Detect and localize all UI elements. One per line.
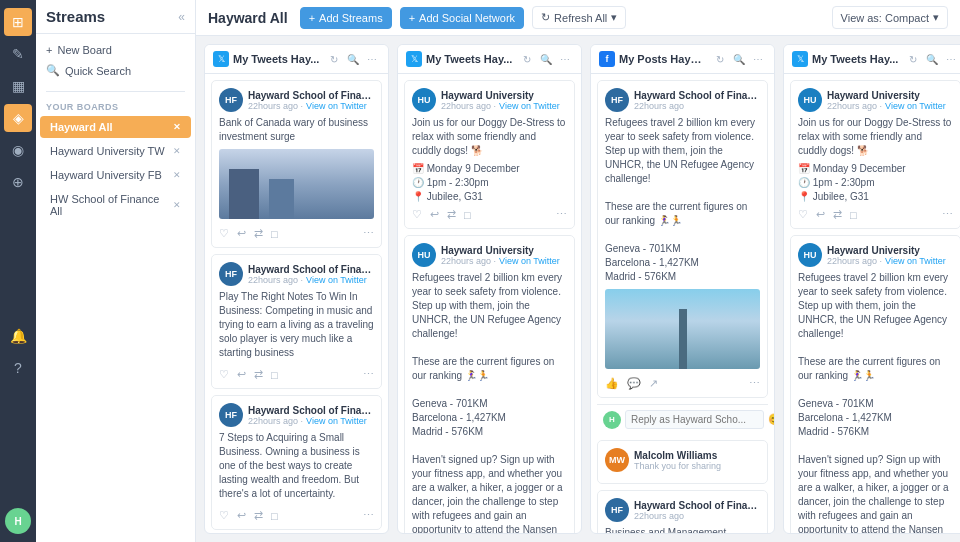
- share-icon[interactable]: □: [271, 510, 278, 522]
- view-on-twitter[interactable]: View on Twitter: [885, 101, 946, 111]
- event-date: 📅 Monday 9 December: [412, 163, 567, 174]
- column-header-1: 𝕏 My Tweets Hay... ↻ 🔍 ⋯: [205, 45, 388, 74]
- nav-home-icon[interactable]: ⊞: [4, 8, 32, 36]
- view-on-twitter[interactable]: View on Twitter: [306, 275, 367, 285]
- facebook-icon: f: [599, 51, 615, 67]
- reply-input[interactable]: [625, 410, 764, 429]
- more-icon[interactable]: ⋯: [749, 377, 760, 390]
- sidebar-item-hayward-university-tw[interactable]: Hayward University TW ✕: [40, 140, 191, 162]
- comment-icon[interactable]: 💬: [627, 377, 641, 390]
- nav-bell-icon[interactable]: 🔔: [4, 322, 32, 350]
- close-board-icon[interactable]: ✕: [173, 170, 181, 180]
- sidebar-item-hayward-university-fb[interactable]: Hayward University FB ✕: [40, 164, 191, 186]
- chevron-down-icon: ▾: [611, 11, 617, 24]
- more-icon[interactable]: ⋯: [364, 51, 380, 67]
- column-title: My Tweets Hay...: [426, 53, 515, 65]
- like-icon[interactable]: ♡: [798, 208, 808, 221]
- sidebar-item-hayward-all[interactable]: Hayward All ✕: [40, 116, 191, 138]
- retweet-icon[interactable]: ⇄: [833, 208, 842, 221]
- share-icon[interactable]: □: [464, 209, 471, 221]
- more-icon[interactable]: ⋯: [943, 51, 959, 67]
- search-icon[interactable]: 🔍: [538, 51, 554, 67]
- like-icon[interactable]: ♡: [219, 509, 229, 522]
- refresh-all-button[interactable]: ↻ Refresh All ▾: [532, 6, 626, 29]
- like-icon[interactable]: 👍: [605, 377, 619, 390]
- more-icon[interactable]: ⋯: [363, 368, 374, 381]
- more-icon[interactable]: ⋯: [557, 51, 573, 67]
- card-actions: ♡ ↩ ⇄ □ ⋯: [798, 205, 953, 221]
- card-author: Hayward School of Finance: [634, 90, 760, 101]
- nav-compose-icon[interactable]: ✎: [4, 40, 32, 68]
- view-as-button[interactable]: View as: Compact ▾: [832, 6, 948, 29]
- retweet-icon[interactable]: ⇄: [254, 368, 263, 381]
- column-actions: ↻ 🔍 ⋯: [519, 51, 573, 67]
- close-board-icon[interactable]: ✕: [173, 200, 181, 210]
- reply-icon[interactable]: ↩: [816, 208, 825, 221]
- columns-container: 𝕏 My Tweets Hay... ↻ 🔍 ⋯ HF Hayward Scho…: [196, 36, 960, 542]
- share-icon[interactable]: □: [271, 369, 278, 381]
- emoji-icon[interactable]: 😊: [768, 413, 774, 426]
- nav-more-icon[interactable]: ⊕: [4, 168, 32, 196]
- more-icon[interactable]: ⋯: [556, 208, 567, 221]
- card-text: Refugees travel 2 billion km every year …: [412, 271, 567, 533]
- refresh-icon[interactable]: ↻: [326, 51, 342, 67]
- add-social-network-button[interactable]: + Add Social Network: [400, 7, 524, 29]
- retweet-icon[interactable]: ⇄: [254, 227, 263, 240]
- view-on-twitter[interactable]: View on Twitter: [306, 416, 367, 426]
- reply-area: H 😊 🖼: [597, 404, 768, 434]
- view-on-twitter[interactable]: View on Twitter: [306, 101, 367, 111]
- more-icon[interactable]: ⋯: [363, 227, 374, 240]
- close-board-icon[interactable]: ✕: [173, 146, 181, 156]
- twitter-icon: 𝕏: [792, 51, 808, 67]
- card-actions: ♡ ↩ ⇄ □ ⋯: [219, 365, 374, 381]
- nav-analytics-icon[interactable]: ◉: [4, 136, 32, 164]
- search-icon[interactable]: 🔍: [731, 51, 747, 67]
- retweet-icon[interactable]: ⇄: [447, 208, 456, 221]
- share-icon[interactable]: ↗: [649, 377, 658, 390]
- refresh-icon[interactable]: ↻: [712, 51, 728, 67]
- new-board-button[interactable]: + New Board: [46, 42, 185, 58]
- view-on-twitter[interactable]: View on Twitter: [885, 256, 946, 266]
- column-my-tweets-1: 𝕏 My Tweets Hay... ↻ 🔍 ⋯ HF Hayward Scho…: [204, 44, 389, 534]
- nav-streams-icon[interactable]: ◈: [4, 104, 32, 132]
- view-on-twitter[interactable]: View on Twitter: [499, 256, 560, 266]
- close-board-icon[interactable]: ✕: [173, 122, 181, 132]
- event-location: 📍 Jubilee, G31: [798, 191, 953, 202]
- reply-icon[interactable]: ↩: [430, 208, 439, 221]
- reply-icon[interactable]: ↩: [237, 509, 246, 522]
- share-icon[interactable]: □: [271, 228, 278, 240]
- column-cards-4: HU Hayward University 22hours ago · View…: [784, 74, 960, 533]
- column-cards-1: HF Hayward School of Finance 22hours ago…: [205, 74, 388, 533]
- card-author: Hayward School of Finance: [248, 405, 374, 416]
- reply-icon[interactable]: ↩: [237, 368, 246, 381]
- share-icon[interactable]: □: [850, 209, 857, 221]
- user-avatar[interactable]: H: [5, 508, 31, 534]
- board-name: HW School of Finance All: [50, 193, 173, 217]
- comment-card: MW Malcolm Williams Thank you for sharin…: [597, 440, 768, 484]
- tweet-card: HU Hayward University 22hours ago · View…: [790, 80, 960, 229]
- tweet-card: HF Hayward School of Finance 22hours ago…: [211, 80, 382, 248]
- reply-icon[interactable]: ↩: [237, 227, 246, 240]
- more-icon[interactable]: ⋯: [750, 51, 766, 67]
- search-icon[interactable]: 🔍: [924, 51, 940, 67]
- quick-search-button[interactable]: 🔍 Quick Search: [46, 62, 185, 79]
- view-on-twitter[interactable]: View on Twitter: [499, 101, 560, 111]
- card-actions: ♡ ↩ ⇄ □ ⋯: [219, 506, 374, 522]
- nav-question-icon[interactable]: ?: [4, 354, 32, 382]
- add-streams-button[interactable]: + Add Streams: [300, 7, 392, 29]
- plus-icon: +: [309, 12, 315, 24]
- sidebar-item-hw-school-finance[interactable]: HW School of Finance All ✕: [40, 188, 191, 222]
- search-icon[interactable]: 🔍: [345, 51, 361, 67]
- like-icon[interactable]: ♡: [412, 208, 422, 221]
- more-icon[interactable]: ⋯: [363, 509, 374, 522]
- nav-grid-icon[interactable]: ▦: [4, 72, 32, 100]
- retweet-icon[interactable]: ⇄: [254, 509, 263, 522]
- like-icon[interactable]: ♡: [219, 368, 229, 381]
- sidebar-collapse-icon[interactable]: «: [178, 10, 185, 24]
- twitter-icon: 𝕏: [406, 51, 422, 67]
- refresh-icon[interactable]: ↻: [519, 51, 535, 67]
- like-icon[interactable]: ♡: [219, 227, 229, 240]
- refresh-icon[interactable]: ↻: [905, 51, 921, 67]
- card-text: Bank of Canada wary of business investme…: [219, 116, 374, 144]
- more-icon[interactable]: ⋯: [942, 208, 953, 221]
